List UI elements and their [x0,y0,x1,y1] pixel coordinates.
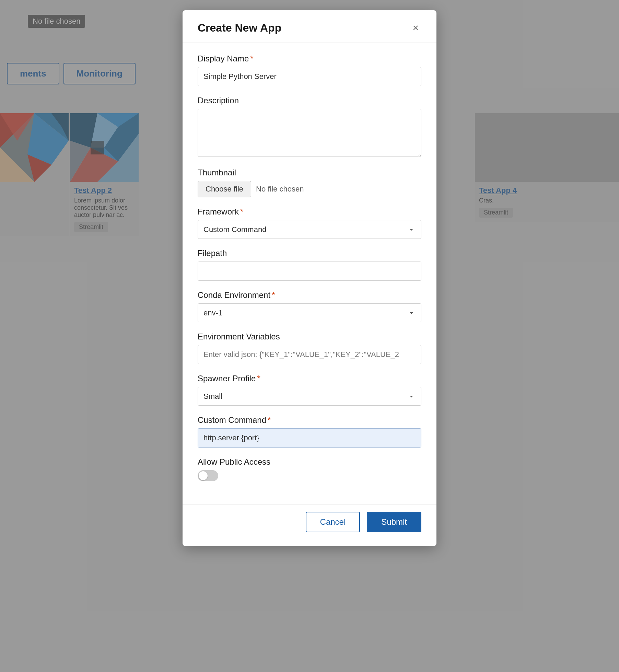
framework-label: Framework* [198,207,421,217]
public-access-group: Allow Public Access [198,457,421,481]
filepath-group: Filepath [198,248,421,281]
display-name-required: * [250,54,253,63]
cancel-button[interactable]: Cancel [306,512,360,532]
create-new-app-modal: Create New App × Display Name* Descripti… [183,10,436,546]
display-name-label: Display Name* [198,54,421,63]
modal-footer: Cancel Submit [183,505,436,546]
custom-command-label: Custom Command* [198,415,421,425]
spawner-profile-required: * [257,374,260,383]
framework-required: * [240,207,243,216]
modal-backdrop: Create New App × Display Name* Descripti… [0,0,619,672]
display-name-input[interactable] [198,67,421,86]
framework-select[interactable]: Custom Command Streamlit Flask FastAPI [198,220,421,239]
description-group: Description [198,96,421,158]
conda-env-select[interactable]: env-1 env-2 base [198,303,421,322]
env-vars-group: Environment Variables [198,332,421,364]
submit-button[interactable]: Submit [367,512,421,532]
conda-env-group: Conda Environment* env-1 env-2 base [198,290,421,322]
spawner-profile-group: Spawner Profile* Small Medium Large [198,374,421,406]
env-vars-label: Environment Variables [198,332,421,341]
conda-env-required: * [272,290,275,300]
custom-command-group: Custom Command* [198,415,421,448]
modal-header: Create New App × [183,10,436,43]
thumbnail-group: Thumbnail Choose file No file chosen [198,168,421,197]
toggle-wrapper [198,470,421,481]
file-chosen-text: No file chosen [256,185,304,194]
description-label: Description [198,96,421,105]
spawner-profile-label: Spawner Profile* [198,374,421,383]
filepath-input[interactable] [198,262,421,281]
conda-env-label: Conda Environment* [198,290,421,300]
env-vars-input[interactable] [198,345,421,364]
custom-command-input[interactable] [198,428,421,448]
public-access-toggle[interactable] [198,470,218,481]
public-access-label: Allow Public Access [198,457,421,467]
description-textarea[interactable] [198,109,421,157]
framework-group: Framework* Custom Command Streamlit Flas… [198,207,421,239]
display-name-group: Display Name* [198,54,421,86]
filepath-label: Filepath [198,248,421,258]
spawner-profile-select[interactable]: Small Medium Large [198,387,421,406]
modal-body: Display Name* Description Thumbnail Choo… [183,43,436,505]
modal-title: Create New App [198,22,281,34]
custom-command-required: * [268,415,271,425]
file-input-wrapper: Choose file No file chosen [198,181,421,197]
choose-file-button[interactable]: Choose file [198,181,251,197]
thumbnail-label: Thumbnail [198,168,421,177]
toggle-thumb [199,471,208,480]
modal-close-button[interactable]: × [410,21,421,34]
